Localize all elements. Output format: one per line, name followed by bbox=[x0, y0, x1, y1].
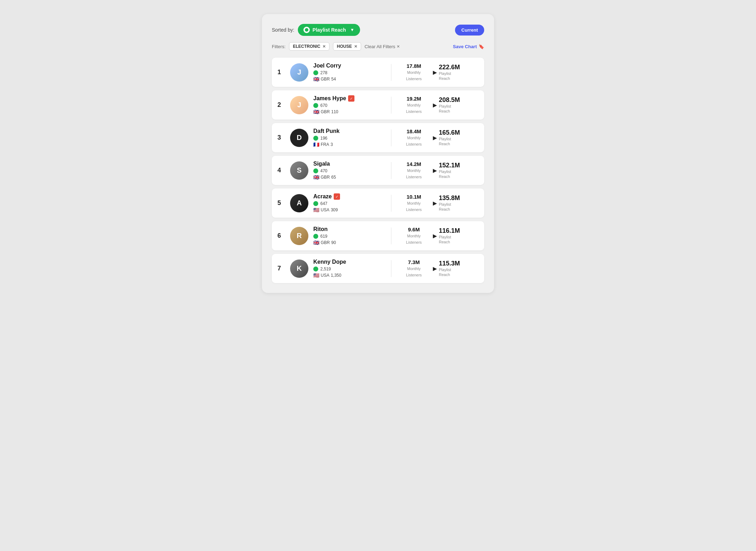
country-flag-icon: 🇺🇸 bbox=[313, 207, 319, 213]
reach-label: PlaylistReach bbox=[439, 202, 460, 212]
artist-name: Riton bbox=[313, 226, 328, 232]
artist-row[interactable]: 7 K Kenny Dope 2,519 🇺🇸 USA 1,350 7.3M M… bbox=[272, 254, 484, 283]
playlist-reach-section: ▶ 152.1M PlaylistReach bbox=[433, 162, 479, 179]
filter-house-remove[interactable]: ✕ bbox=[354, 44, 357, 49]
artist-avatar: K bbox=[290, 260, 308, 278]
country-row: 🇬🇧 GBR 54 bbox=[313, 76, 383, 82]
artist-avatar: R bbox=[290, 227, 308, 245]
reach-number: 116.1M bbox=[439, 227, 460, 235]
country-row: 🇫🇷 FRA 3 bbox=[313, 142, 383, 147]
artist-stats: 196 bbox=[313, 136, 383, 141]
main-container: Sorted by: Playlist Reach ▼ Current Filt… bbox=[262, 14, 494, 293]
filters-row: Filters: ELECTRONIC ✕ HOUSE ✕ Clear All … bbox=[272, 42, 484, 51]
divider bbox=[391, 195, 391, 212]
country-row: 🇺🇸 USA 309 bbox=[313, 207, 383, 213]
artist-row[interactable]: 3 D Daft Punk 196 🇫🇷 FRA 3 18.4M Monthly… bbox=[272, 123, 484, 152]
country-number: 110 bbox=[331, 109, 338, 114]
sort-dropdown[interactable]: Playlist Reach ▼ bbox=[298, 24, 360, 36]
country-code: GBR bbox=[321, 240, 330, 245]
reach-info: 165.6M PlaylistReach bbox=[439, 129, 460, 147]
monthly-listeners-section: 18.4M MonthlyListeners bbox=[400, 128, 428, 147]
reach-number: 165.6M bbox=[439, 129, 460, 136]
filter-house-label: HOUSE bbox=[337, 44, 352, 49]
monthly-listeners-section: 10.1M MonthlyListeners bbox=[400, 194, 428, 212]
verified-badge: ✓ bbox=[334, 193, 340, 200]
artist-name: James Hype bbox=[313, 95, 346, 102]
artist-name-row: James Hype ✓ bbox=[313, 95, 383, 102]
artist-row[interactable]: 2 J James Hype ✓ 670 🇬🇧 GBR 110 19.2M Mo… bbox=[272, 90, 484, 120]
spotify-count: 470 bbox=[320, 168, 327, 173]
spotify-count: 2,519 bbox=[320, 267, 331, 271]
reach-info: 222.6M PlaylistReach bbox=[439, 64, 460, 81]
rank-number: 3 bbox=[277, 134, 285, 141]
artist-list: 1 J Joel Corry 278 🇬🇧 GBR 54 17.8M Month… bbox=[272, 58, 484, 283]
filter-chip-house[interactable]: HOUSE ✕ bbox=[333, 42, 361, 51]
artist-info: Acraze ✓ 647 🇺🇸 USA 309 bbox=[313, 193, 383, 213]
filter-chip-electronic[interactable]: ELECTRONIC ✕ bbox=[289, 42, 329, 51]
reach-label: PlaylistReach bbox=[439, 169, 460, 179]
artist-stats: 619 bbox=[313, 234, 383, 239]
artist-name-row: Daft Punk bbox=[313, 128, 383, 134]
rank-number: 4 bbox=[277, 167, 285, 174]
playlist-reach-section: ▶ 208.5M PlaylistReach bbox=[433, 96, 479, 114]
spotify-count: 278 bbox=[320, 70, 327, 75]
reach-label: PlaylistReach bbox=[439, 104, 460, 114]
artist-row[interactable]: 6 R Riton 619 🇬🇧 GBR 90 9.6M MonthlyList… bbox=[272, 221, 484, 250]
artist-avatar: J bbox=[290, 96, 308, 114]
country-code: USA bbox=[321, 207, 329, 212]
artist-name-row: Joel Corry bbox=[313, 63, 383, 69]
artist-info: Kenny Dope 2,519 🇺🇸 USA 1,350 bbox=[313, 259, 383, 278]
country-flag-icon: 🇬🇧 bbox=[313, 240, 319, 245]
country-flag-icon: 🇫🇷 bbox=[313, 142, 319, 147]
artist-row[interactable]: 1 J Joel Corry 278 🇬🇧 GBR 54 17.8M Month… bbox=[272, 58, 484, 87]
bookmark-icon: 🔖 bbox=[479, 44, 484, 49]
sorted-by-section: Sorted by: Playlist Reach ▼ bbox=[272, 24, 360, 36]
playlist-reach-section: ▶ 135.8M PlaylistReach bbox=[433, 194, 479, 212]
artist-row[interactable]: 4 S Sigala 470 🇬🇧 GBR 65 14.2M MonthlyLi… bbox=[272, 156, 484, 185]
country-number: 65 bbox=[331, 175, 336, 180]
monthly-label: MonthlyListeners bbox=[406, 70, 422, 81]
artist-name-row: Riton bbox=[313, 226, 383, 232]
artist-name: Joel Corry bbox=[313, 63, 341, 69]
reach-info: 208.5M PlaylistReach bbox=[439, 96, 460, 114]
save-chart-button[interactable]: Save Chart 🔖 bbox=[453, 44, 484, 49]
reach-label: PlaylistReach bbox=[439, 235, 460, 245]
artist-info: Daft Punk 196 🇫🇷 FRA 3 bbox=[313, 128, 383, 147]
artist-info: Riton 619 🇬🇧 GBR 90 bbox=[313, 226, 383, 245]
country-number: 309 bbox=[331, 207, 338, 212]
monthly-label: MonthlyListeners bbox=[406, 103, 422, 114]
artist-stats: 470 bbox=[313, 168, 383, 173]
current-button[interactable]: Current bbox=[455, 25, 484, 36]
artist-avatar: A bbox=[290, 194, 308, 212]
sort-value: Playlist Reach bbox=[313, 27, 346, 33]
monthly-label: MonthlyListeners bbox=[406, 136, 422, 146]
rank-number: 1 bbox=[277, 69, 285, 76]
reach-info: 135.8M PlaylistReach bbox=[439, 194, 460, 212]
spotify-dot-icon bbox=[313, 267, 318, 271]
reach-info: 152.1M PlaylistReach bbox=[439, 162, 460, 179]
verified-badge: ✓ bbox=[348, 95, 354, 102]
rank-number: 7 bbox=[277, 265, 285, 272]
reach-info: 116.1M PlaylistReach bbox=[439, 227, 460, 245]
country-flag-icon: 🇬🇧 bbox=[313, 174, 319, 180]
artist-row[interactable]: 5 A Acraze ✓ 647 🇺🇸 USA 309 10.1M Monthl… bbox=[272, 188, 484, 218]
monthly-listeners-section: 17.8M MonthlyListeners bbox=[400, 63, 428, 82]
country-flag-icon: 🇬🇧 bbox=[313, 109, 319, 115]
clear-all-filters[interactable]: Clear All Filters ✕ bbox=[365, 44, 400, 49]
sorted-by-label: Sorted by: bbox=[272, 27, 294, 33]
save-chart-label: Save Chart bbox=[453, 44, 477, 49]
country-number: 90 bbox=[331, 240, 336, 245]
reach-label: PlaylistReach bbox=[439, 136, 460, 147]
monthly-number: 19.2M bbox=[400, 96, 428, 102]
divider bbox=[391, 64, 391, 81]
reach-arrow-icon: ▶ bbox=[433, 266, 437, 271]
monthly-number: 9.6M bbox=[400, 226, 428, 232]
spotify-icon bbox=[303, 27, 310, 33]
country-code: GBR bbox=[321, 109, 330, 114]
country-number: 3 bbox=[331, 142, 333, 147]
playlist-reach-section: ▶ 222.6M PlaylistReach bbox=[433, 64, 479, 81]
filter-electronic-remove[interactable]: ✕ bbox=[322, 44, 326, 49]
artist-info: Sigala 470 🇬🇧 GBR 65 bbox=[313, 161, 383, 180]
artist-name-row: Kenny Dope bbox=[313, 259, 383, 265]
rank-number: 5 bbox=[277, 199, 285, 207]
